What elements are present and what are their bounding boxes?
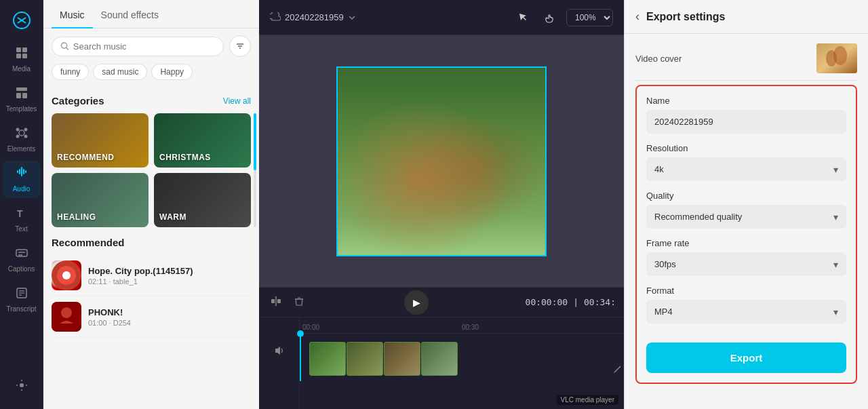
sidebar-item-elements[interactable]: Elements <box>3 121 41 158</box>
category-recommend[interactable]: RECOMMEND <box>52 113 149 168</box>
music-meta: 01:00 · D254 <box>88 319 251 327</box>
export-header: ‹ Export settings <box>625 0 868 34</box>
edit-icon <box>612 364 624 376</box>
sidebar-item-transcript[interactable]: Transcript <box>3 281 41 318</box>
edit-btn[interactable] <box>612 364 624 378</box>
audio-icon <box>15 166 28 183</box>
name-field-group: Name <box>646 96 846 134</box>
resolution-label: Resolution <box>646 143 846 153</box>
svg-point-23 <box>20 383 24 387</box>
volume-icon[interactable] <box>273 345 285 357</box>
svg-rect-3 <box>16 47 21 52</box>
clip-frame[interactable] <box>421 342 458 376</box>
resolution-select[interactable]: 4k 1080p 720p <box>646 157 846 181</box>
categories-header: Categories View all <box>52 95 251 106</box>
filter-button[interactable] <box>229 35 251 57</box>
video-canvas <box>336 66 547 256</box>
list-item[interactable]: Hope. City pop.(1145157) 02:11 · table_1 <box>52 255 251 296</box>
svg-rect-5 <box>16 54 21 58</box>
sidebar-item-more[interactable] <box>3 373 41 401</box>
svg-point-24 <box>61 43 66 48</box>
tag-happy[interactable]: Happy <box>151 64 193 80</box>
quality-field-group: Quality Recommended quality High Medium <box>646 191 846 229</box>
format-select-wrapper: MP4 MOV AVI GIF <box>646 300 846 324</box>
sidebar-item-captions[interactable]: Captions <box>3 241 41 278</box>
svg-rect-4 <box>22 47 27 52</box>
time-total: 00:34: <box>584 297 616 307</box>
svg-rect-37 <box>277 299 281 303</box>
music-info: PHONK! 01:00 · D254 <box>88 307 251 327</box>
cover-label: Video cover <box>635 54 682 64</box>
name-label: Name <box>646 96 846 106</box>
sidebar-item-label: Transcript <box>6 305 36 313</box>
format-select[interactable]: MP4 MOV AVI GIF <box>646 300 846 324</box>
name-input[interactable] <box>646 110 846 134</box>
video-placeholder <box>338 68 545 255</box>
svg-point-11 <box>16 128 19 132</box>
zoom-selector[interactable]: 100% <box>566 9 613 26</box>
timeline-delete-icon[interactable] <box>290 292 308 313</box>
delete-icon <box>293 295 305 307</box>
clip-frame[interactable] <box>309 342 346 376</box>
recommended-title: Recommended <box>52 237 251 248</box>
framerate-select[interactable]: 30fps 60fps 24fps <box>646 252 846 276</box>
hand-icon <box>545 12 555 23</box>
timeline-tracks: 00:00 00:30 <box>259 317 624 409</box>
resolution-select-wrapper: 4k 1080p 720p <box>646 157 846 181</box>
tag-sad[interactable]: sad music <box>93 64 147 80</box>
svg-point-14 <box>24 135 27 138</box>
time-current: 00:00:00 <box>526 297 568 307</box>
format-label: Format <box>646 286 846 296</box>
sidebar: Media Templates Elements Audio T Text Ca… <box>0 0 43 409</box>
list-item[interactable]: PHONK! 01:00 · D254 <box>52 296 251 338</box>
tags-row: funny sad music Happy <box>43 64 259 87</box>
pointer-tool-btn[interactable] <box>512 7 534 28</box>
framerate-field-group: Frame rate 30fps 60fps 24fps <box>646 238 846 276</box>
category-label: CHRISTMAS <box>159 153 211 162</box>
sidebar-item-text[interactable]: T Text <box>3 201 41 238</box>
main-area: 202402281959 100% Ratio <box>259 0 624 409</box>
timeline-split-icon[interactable] <box>267 292 285 313</box>
hand-tool-btn[interactable] <box>539 7 561 28</box>
export-title: Export settings <box>646 11 725 23</box>
search-input[interactable] <box>73 41 215 52</box>
video-cover-row: Video cover <box>635 34 857 81</box>
project-name-row: 202402281959 <box>270 12 356 23</box>
ruler-mark <box>542 331 622 333</box>
category-warm[interactable]: WARM <box>154 173 251 227</box>
templates-icon <box>15 86 28 103</box>
back-button[interactable]: ‹ <box>635 9 639 24</box>
sidebar-item-media[interactable]: Media <box>3 41 41 78</box>
music-title: PHONK! <box>88 307 251 317</box>
play-button[interactable]: ▶ <box>404 290 429 315</box>
video-people <box>338 68 545 255</box>
clip-frame[interactable] <box>347 342 383 376</box>
sidebar-item-templates[interactable]: Templates <box>3 81 41 118</box>
ruler-mark: 00:30 <box>462 324 542 333</box>
framerate-label: Frame rate <box>646 238 846 248</box>
video-track <box>309 342 624 376</box>
tag-funny[interactable]: funny <box>52 64 89 80</box>
clip-frame[interactable] <box>384 342 420 376</box>
project-name: 202402281959 <box>285 12 344 22</box>
tab-sound-effects[interactable]: Sound effects <box>93 0 167 28</box>
svg-rect-6 <box>22 54 27 58</box>
view-all-link[interactable]: View all <box>223 96 251 106</box>
svg-rect-36 <box>271 299 275 303</box>
music-thumbnail <box>52 302 81 332</box>
category-healing[interactable]: HEALING <box>52 173 149 227</box>
category-label: HEALING <box>57 212 96 222</box>
sidebar-item-label: Audio <box>13 185 31 193</box>
quality-select[interactable]: Recommended quality High Medium <box>646 205 846 229</box>
track-labels <box>259 317 300 409</box>
chevron-down-icon <box>348 14 356 22</box>
cover-thumbnail[interactable] <box>816 43 857 73</box>
tab-music[interactable]: Music <box>52 0 93 28</box>
search-icon <box>60 41 69 51</box>
track-area <box>300 334 624 381</box>
sidebar-item-label: Media <box>12 65 31 73</box>
category-christmas[interactable]: CHRISTMAS <box>154 113 251 168</box>
export-button[interactable]: Export <box>646 343 846 373</box>
sidebar-item-audio[interactable]: Audio <box>3 161 41 198</box>
search-box[interactable] <box>52 37 224 56</box>
